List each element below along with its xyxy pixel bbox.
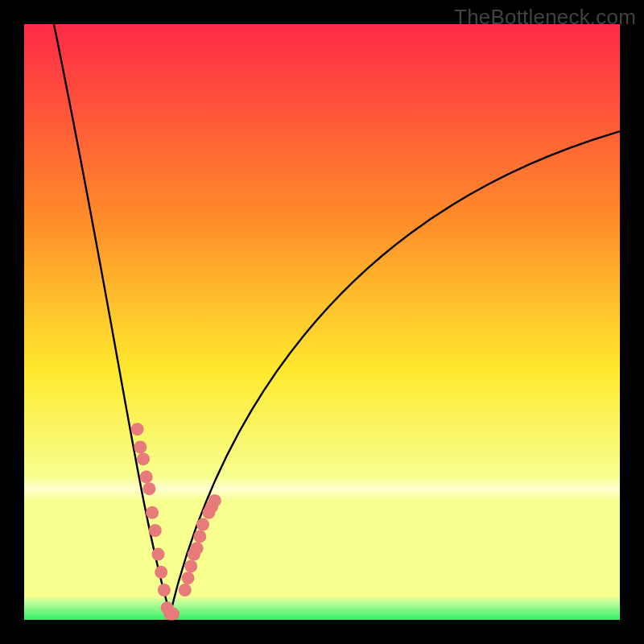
marker-point <box>131 423 144 436</box>
watermark-text: TheBottleneck.com <box>454 5 636 30</box>
marker-point <box>134 440 147 453</box>
marker-point <box>146 506 159 519</box>
marker-point <box>142 482 155 495</box>
plot-area <box>24 24 620 620</box>
marker-point <box>196 518 209 531</box>
marker-point <box>208 494 221 507</box>
marker-point <box>140 470 153 483</box>
bottleneck-curve <box>54 24 620 614</box>
marker-point <box>149 524 162 537</box>
marker-point <box>152 548 165 561</box>
curve-layer <box>24 24 620 620</box>
marker-point <box>155 566 167 579</box>
marker-point <box>184 559 197 572</box>
marker-point <box>179 584 192 597</box>
marker-point <box>193 530 206 543</box>
marker-point <box>167 608 180 621</box>
marker-point <box>137 452 150 465</box>
marker-point <box>191 542 204 555</box>
marker-point <box>158 584 171 597</box>
marker-point <box>182 572 195 584</box>
chart-frame: TheBottleneck.com <box>0 0 644 644</box>
